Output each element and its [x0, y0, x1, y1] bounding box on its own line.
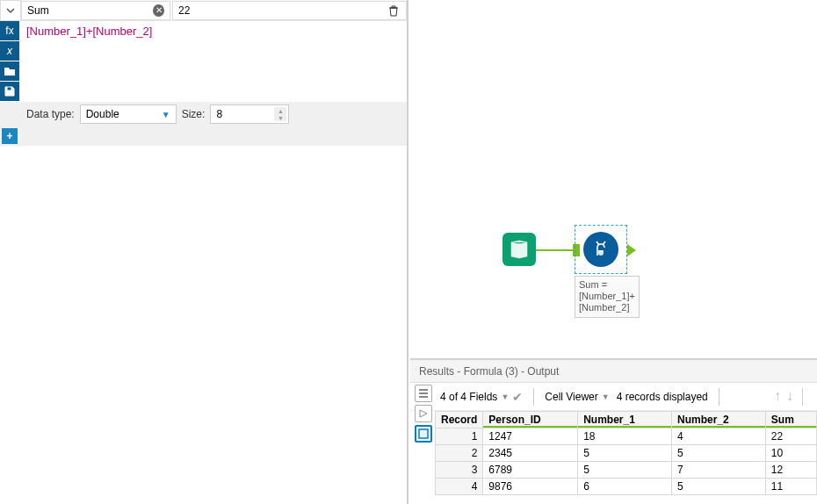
results-side-tabs	[412, 385, 435, 443]
clear-icon[interactable]: ✕	[153, 4, 164, 17]
svg-rect-3	[419, 392, 428, 394]
preview-value: 22	[178, 4, 190, 17]
collapse-button[interactable]	[0, 0, 21, 21]
spin-down-icon[interactable]: ▼	[274, 114, 286, 121]
add-field-row: +	[0, 126, 407, 146]
separator	[719, 388, 719, 406]
records-displayed: 4 records displayed	[617, 391, 708, 403]
col-number-1[interactable]: Number_1	[578, 412, 672, 428]
chevron-down-icon: ▼	[501, 392, 509, 401]
field-name-text[interactable]	[27, 4, 153, 17]
col-sum[interactable]: Sum	[765, 412, 816, 428]
size-label: Size:	[182, 108, 206, 120]
table-row[interactable]: 4 9876 6 5 11	[436, 479, 817, 495]
size-input[interactable]: 8 ▲ ▼	[210, 104, 289, 124]
svg-rect-2	[419, 389, 428, 391]
results-toolbar: 4 of 4 Fields ▼ ✔ Cell Viewer ▼ 4 record…	[410, 383, 817, 411]
expression-editor[interactable]: [Number_1]+[Number_2]	[21, 21, 407, 102]
data-type-value: Double	[86, 108, 119, 120]
fx-button[interactable]: fx	[0, 21, 19, 40]
separator	[533, 388, 534, 406]
formula-config-panel: ✕ 22 fx x [Number_1]+[Number_2] Data typ…	[0, 0, 408, 504]
add-field-button[interactable]: +	[2, 128, 18, 144]
input-tool-icon	[502, 233, 536, 266]
chevron-down-icon: ▼	[602, 392, 610, 401]
arrow-up-icon[interactable]: ↑	[774, 388, 781, 406]
svg-point-0	[591, 240, 611, 259]
formula-annotation[interactable]: Sum = [Number_1]+[Number_2]	[575, 276, 640, 318]
field-header-row: ✕ 22	[0, 0, 407, 21]
variable-button[interactable]: x	[0, 41, 19, 61]
formula-selection-box	[575, 225, 627, 274]
size-spinners[interactable]: ▲ ▼	[274, 107, 286, 121]
data-type-select[interactable]: Double ▼	[80, 104, 177, 124]
chevron-down-icon: ▼	[162, 110, 170, 119]
cell-viewer-label: Cell Viewer	[545, 391, 597, 403]
table-row[interactable]: 3 6789 5 7 12	[436, 462, 817, 479]
svg-rect-4	[419, 396, 428, 398]
separator	[802, 388, 803, 406]
expression-toolbar: fx x	[0, 21, 21, 102]
layout-icon-1[interactable]	[415, 385, 432, 402]
results-grid[interactable]: Record Person_ID Number_1 Number_2 Sum 1…	[435, 411, 817, 495]
col-record[interactable]: Record	[436, 412, 483, 428]
fields-summary: 4 of 4 Fields	[440, 391, 497, 403]
cell-viewer-group[interactable]: Cell Viewer ▼	[545, 391, 609, 403]
workflow-canvas[interactable]: Sum = [Number_1]+[Number_2]	[410, 0, 817, 358]
size-value: 8	[216, 108, 222, 120]
formula-tool[interactable]	[575, 225, 627, 274]
formula-tool-icon	[583, 232, 618, 267]
formula-output-anchor[interactable]	[627, 244, 636, 256]
expression-area: fx x [Number_1]+[Number_2]	[0, 21, 407, 102]
col-number-2[interactable]: Number_2	[672, 412, 766, 428]
layout-icon-2[interactable]	[415, 405, 432, 422]
data-type-row: Data type: Double ▼ Size: 8 ▲ ▼	[0, 102, 407, 126]
nav-arrows: ↑ ↓	[774, 388, 812, 406]
fields-summary-group[interactable]: 4 of 4 Fields ▼ ✔	[440, 390, 523, 404]
check-icon[interactable]: ✔	[512, 390, 523, 404]
save-button[interactable]	[0, 82, 19, 101]
col-person-id[interactable]: Person_ID	[483, 412, 578, 428]
results-title: Results - Formula (3) - Output	[410, 360, 817, 383]
preview-cell: 22	[172, 1, 407, 20]
svg-rect-5	[419, 429, 428, 438]
input-data-tool[interactable]	[502, 233, 536, 266]
arrow-down-icon[interactable]: ↓	[786, 388, 793, 406]
expression-text: [Number_1]+[Number_2]	[26, 25, 152, 38]
table-row[interactable]: 1 1247 18 4 22	[436, 428, 817, 445]
spin-up-icon[interactable]: ▲	[274, 107, 286, 114]
svg-point-1	[598, 250, 604, 256]
output-field-name-input[interactable]: ✕	[21, 1, 170, 20]
folder-button[interactable]	[0, 61, 19, 81]
trash-icon[interactable]	[387, 4, 401, 18]
layout-icon-3[interactable]	[415, 425, 432, 443]
table-row[interactable]: 2 2345 5 5 10	[436, 445, 817, 462]
data-type-label: Data type:	[26, 108, 75, 120]
results-grid-wrap: Record Person_ID Number_1 Number_2 Sum 1…	[435, 411, 817, 495]
results-panel: Results - Formula (3) - Output 4 of 4 Fi…	[410, 358, 817, 504]
